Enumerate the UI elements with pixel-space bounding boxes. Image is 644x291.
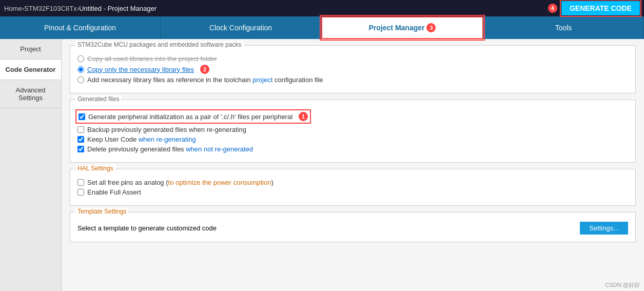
tab-clock[interactable]: Clock Configuration xyxy=(161,16,321,39)
mcu-option-1: Copy all used libraries into the project… xyxy=(77,55,628,63)
template-section: Template Settings Select a template to g… xyxy=(70,212,636,242)
mcu-option-2: Copy only the necessary library files 2 xyxy=(77,65,628,74)
main-layout: Project Code Generator Advanced Settings… xyxy=(0,39,644,291)
hal-section-title: HAL Settings xyxy=(75,165,115,172)
badge-1: 1 xyxy=(299,112,308,121)
mcu-radio-1[interactable] xyxy=(77,55,84,62)
gen-checkbox-3[interactable] xyxy=(77,136,84,143)
mcu-section-title: STM32Cube MCU packages and embedded soft… xyxy=(75,41,244,48)
template-row: Select a template to generate customized… xyxy=(77,222,628,235)
hal-checkbox-2[interactable] xyxy=(77,189,84,196)
template-description: Select a template to generate customized… xyxy=(77,224,217,232)
generated-files-section: Generated files Generate peripheral init… xyxy=(70,100,636,163)
badge-3: 3 xyxy=(426,23,436,32)
breadcrumb-chip[interactable]: STM32F103C8Tx xyxy=(24,5,77,12)
gen-label-4[interactable]: Delete previously generated files when n… xyxy=(87,145,253,153)
hal-checkbox-1[interactable] xyxy=(77,179,84,186)
badge-2: 2 xyxy=(200,65,209,74)
mcu-section: STM32Cube MCU packages and embedded soft… xyxy=(70,45,636,93)
gen-option-3: Keep User Code when re-generating xyxy=(77,135,628,143)
mcu-radio-3[interactable] xyxy=(77,76,84,83)
breadcrumb-project: Untitled - Project Manager xyxy=(79,5,157,12)
gen-checkbox-1[interactable] xyxy=(79,113,85,120)
mcu-label-1[interactable]: Copy all used libraries into the project… xyxy=(87,55,217,63)
sidebar-item-advanced-settings[interactable]: Advanced Settings xyxy=(0,80,61,108)
hal-section-content: Set all free pins as analog (to optimize… xyxy=(77,179,628,196)
content-area: STM32Cube MCU packages and embedded soft… xyxy=(62,39,644,291)
footer-text: CSDN @好好 xyxy=(606,281,640,289)
mcu-label-3[interactable]: Add necessary library files as reference… xyxy=(87,76,323,84)
generate-code-button[interactable]: GENERATE CODE xyxy=(561,1,640,15)
settings-button[interactable]: Settings... xyxy=(580,222,628,235)
top-bar: Home › STM32F103C8Tx › Untitled - Projec… xyxy=(0,0,644,16)
gen-label-2[interactable]: Backup previously generated files when r… xyxy=(87,126,246,133)
gen-option-1: Generate peripheral initialization as a … xyxy=(77,111,309,122)
hal-option-2: Enable Full Assert xyxy=(77,188,628,196)
mcu-option-3: Add necessary library files as reference… xyxy=(77,76,628,84)
breadcrumb-home[interactable]: Home xyxy=(4,5,22,12)
tab-bar: Pinout & Configuration Clock Configurati… xyxy=(0,16,644,39)
generated-section-title: Generated files xyxy=(75,95,121,103)
gen-option-2: Backup previously generated files when r… xyxy=(77,126,628,133)
template-section-title: Template Settings xyxy=(75,208,128,215)
gen-checkbox-2[interactable] xyxy=(77,126,84,133)
mcu-radio-2[interactable] xyxy=(77,66,84,73)
tab-pinout[interactable]: Pinout & Configuration xyxy=(0,16,161,39)
mcu-section-content: Copy all used libraries into the project… xyxy=(77,55,628,84)
sidebar-item-code-generator[interactable]: Code Generator xyxy=(0,60,61,80)
tab-project-manager[interactable]: Project Manager 3 xyxy=(321,16,483,39)
hal-section: HAL Settings Set all free pins as analog… xyxy=(70,169,636,206)
generated-section-content: Generate peripheral initialization as a … xyxy=(77,109,628,153)
sidebar: Project Code Generator Advanced Settings xyxy=(0,39,62,291)
gen-option-4: Delete previously generated files when n… xyxy=(77,145,628,153)
gen-checkbox-4[interactable] xyxy=(77,146,84,152)
sidebar-item-project[interactable]: Project xyxy=(0,39,61,60)
hal-option-1: Set all free pins as analog (to optimize… xyxy=(77,179,628,186)
mcu-label-2[interactable]: Copy only the necessary library files xyxy=(87,66,194,73)
hal-label-1[interactable]: Set all free pins as analog (to optimize… xyxy=(87,179,274,186)
badge-4: 4 xyxy=(548,4,557,13)
gen-label-3[interactable]: Keep User Code when re-generating xyxy=(87,135,196,143)
gen-label-1[interactable]: Generate peripheral initialization as a … xyxy=(88,113,292,121)
hal-label-2[interactable]: Enable Full Assert xyxy=(87,188,141,196)
tab-tools[interactable]: Tools xyxy=(483,16,644,39)
